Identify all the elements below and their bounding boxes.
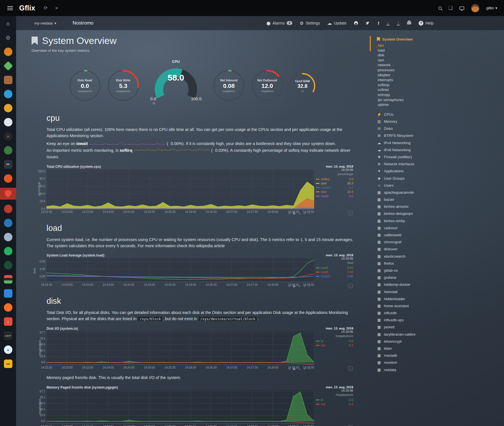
nav-entropy[interactable]: entropy (377, 92, 502, 97)
nav-cadvisor[interactable]: ▦cadvisor (377, 224, 502, 231)
cpu-gauge[interactable]: CPU 58.0 0.0 100.0 % (146, 59, 205, 105)
play-button[interactable]: ▶ (293, 211, 296, 215)
skip-forward-button[interactable]: » (299, 284, 300, 288)
nav-grafana[interactable]: ▦grafana (377, 274, 502, 281)
sidebar-app-sab-icon[interactable]: sab (0, 359, 16, 369)
nav-disks[interactable]: ⊟Disks (377, 125, 502, 132)
nav-firefox[interactable]: ▦firefox (377, 260, 502, 267)
nav-network[interactable]: network (377, 63, 502, 68)
zoom-in-button[interactable]: + (304, 211, 305, 215)
legend-item-load5[interactable]: load52.68 (316, 270, 353, 274)
play-button[interactable]: ▶ (293, 284, 296, 288)
skip-back-button[interactable]: « (288, 211, 290, 215)
sidebar-app-scissors-icon[interactable]: ✂ (0, 160, 16, 169)
legend-item-in[interactable]: in0.0 (316, 398, 353, 402)
legend-item-system[interactable]: system2.3 (316, 186, 353, 190)
skip-back-button[interactable]: « (288, 284, 290, 288)
sidebar-app-green-diamond-icon[interactable] (0, 61, 16, 71)
sidebar-home-icon[interactable]: ⌂ (0, 19, 16, 28)
legend-item-user[interactable]: user35.3 (316, 181, 353, 186)
nav-influxdb[interactable]: ▦influxdb (377, 309, 502, 316)
nav-lazylibrarian-calibre[interactable]: ▦lazylibrarian-calibre (377, 331, 502, 338)
chart-resize-handle[interactable]: ↕ (348, 284, 353, 288)
print-button[interactable] (407, 22, 411, 24)
close-icon[interactable]: × (55, 5, 58, 11)
skip-forward-button[interactable]: » (299, 211, 300, 215)
download-button[interactable]: ↓ (386, 21, 390, 25)
sidebar-app-red-down-icon[interactable]: ↓ (0, 317, 16, 326)
nav-elasticsearch[interactable]: ▦elasticsearch (377, 253, 502, 260)
nav-btrfs-filesystem[interactable]: ⊞BTRFS filesystem (377, 132, 502, 139)
menu-icon[interactable] (7, 6, 13, 7)
zoom-out-button[interactable]: − (309, 284, 310, 288)
sidebar-app-blue-window-icon[interactable] (0, 289, 16, 298)
sidebar-app-lazy-icon[interactable]: LAZY (0, 331, 16, 340)
zoom-in-button[interactable]: + (304, 367, 305, 371)
legend-item-nice[interactable]: nice20.4 (316, 190, 353, 194)
nav-hddtemp-docker[interactable]: ▦hddtemp-docker (377, 281, 502, 288)
nav-lidarr[interactable]: ▦lidarr (377, 345, 502, 352)
nav-processes[interactable]: processes (377, 68, 502, 73)
nav-load[interactable]: load (377, 48, 502, 53)
sidebar-app-blue-pair-icon[interactable] (0, 218, 16, 228)
legend-item-load1[interactable]: load16.51 (316, 266, 353, 270)
nav-ram[interactable]: ram (377, 58, 502, 63)
nav-mariadb[interactable]: ▦mariadb (377, 352, 502, 359)
fullscreen-icon[interactable]: ❏ (448, 5, 453, 11)
nav-influxdb-ups[interactable]: ▦influxdb-ups (377, 316, 502, 324)
zoom-in-button[interactable]: + (304, 284, 305, 288)
sidebar-app-red-cluster-icon[interactable] (0, 204, 16, 214)
sidebar-app-green-disc-icon[interactable] (0, 146, 16, 155)
skip-back-button[interactable]: « (288, 367, 290, 371)
sidebar-app-dark-x-icon[interactable]: × (0, 131, 16, 141)
upload-button[interactable]: ↑ (397, 21, 400, 25)
nav-softnet[interactable]: softnet (377, 87, 502, 92)
chart-resize-handle[interactable]: ↕ (348, 211, 353, 215)
nav-softirqs[interactable]: softirqs (377, 82, 502, 88)
nav-ipv4-networking[interactable]: ☁IPv4 Networking (377, 139, 502, 146)
nav-system-overview[interactable]: System Overview (377, 36, 502, 42)
settings-button[interactable]: ⚙ Settings (300, 21, 320, 26)
sidebar-settings-icon[interactable]: ⚙ (0, 33, 16, 43)
nav-binhex-emby[interactable]: ▦binhex-emby (377, 217, 502, 224)
nav-users[interactable]: ☺Users (377, 182, 502, 189)
sidebar-app-blue-disc-icon[interactable] (0, 89, 16, 99)
nav-jackett[interactable]: ▦jackett (377, 324, 502, 331)
sidebar-app-amber-search-icon[interactable] (0, 103, 16, 113)
sidebar-app-leaf-icon[interactable] (0, 260, 16, 270)
legend-item-out[interactable]: out-5.3 (316, 343, 353, 347)
nav-chronograf[interactable]: ▦chronograf (377, 238, 502, 246)
facebook-button[interactable]: f (378, 21, 379, 26)
nav-memory[interactable]: ▤Memory (377, 118, 502, 125)
user-menu[interactable]: gilbn▾ (486, 6, 497, 10)
avatar[interactable] (471, 4, 479, 12)
skip-forward-button[interactable]: » (299, 367, 300, 371)
nav-binhex-delugevpn[interactable]: ▦binhex-delugevpn (377, 210, 502, 217)
legend-item-load15[interactable]: load152.06 (316, 274, 353, 278)
chart-plot-area[interactable]: 0.019.539.158.678.197.714:22:3014:23:001… (34, 389, 314, 426)
legend-item-iowait[interactable]: iowait0.0 (316, 194, 353, 198)
sidebar-app-steel-disc-icon[interactable] (0, 232, 16, 242)
chart-resize-handle[interactable]: ↕ (348, 425, 353, 426)
sidebar-app-green-u-icon[interactable] (0, 246, 16, 256)
zoom-out-button[interactable]: − (309, 211, 310, 215)
sidebar-app-fox-icon[interactable] (0, 303, 16, 312)
nav-interrupts[interactable]: interrupts (377, 77, 502, 82)
nav-disk[interactable]: disk (377, 53, 502, 58)
update-button[interactable]: ☁ Update (327, 21, 346, 26)
chart-plot-area[interactable]: 0.020.040.060.080.0100.014:22:3014:23:00… (34, 168, 314, 215)
nav-firewall-netfilter-[interactable]: ❖Firewall (netfilter) (377, 153, 502, 160)
nav-uptime[interactable]: uptime (377, 102, 502, 107)
chart-resize-handle[interactable]: ↕ (348, 366, 353, 371)
legend-item-out[interactable]: out-5.2 (316, 402, 353, 406)
sidebar-app-orange-disc-icon[interactable] (0, 47, 16, 57)
sidebar-app-light-disc-icon[interactable] (0, 117, 16, 127)
github-button[interactable] (354, 21, 358, 25)
nav-netdata[interactable]: ▦netdata (377, 366, 502, 373)
nav-bazarr[interactable]: ▦bazarr (377, 196, 502, 203)
nav-calibreweb[interactable]: ▦calibreweb (377, 231, 502, 238)
legend-item-softirq[interactable]: softirq0.0 (316, 177, 353, 181)
nav-home-assistant[interactable]: ▦home-assistant (377, 302, 502, 309)
nav-network-interfaces[interactable]: ≣Network Interfaces (377, 160, 502, 168)
nav-binhex-airsonic[interactable]: ▦binhex-airsonic (377, 203, 502, 210)
